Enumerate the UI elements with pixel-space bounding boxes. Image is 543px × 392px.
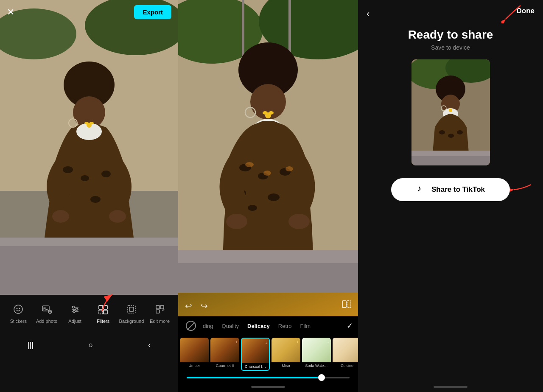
filter-charcoal-f-label: Charcoal f…	[242, 363, 269, 369]
no-filter-tab[interactable]	[183, 321, 199, 331]
filter-umber[interactable]: Umber	[180, 338, 209, 371]
redo-button[interactable]: ↪	[201, 301, 208, 311]
share-tiktok-label: Share to TikTok	[431, 185, 485, 194]
add-photo-icon	[42, 304, 52, 316]
svg-rect-91	[411, 151, 490, 157]
toolbar-stickers[interactable]: Stickers	[6, 304, 31, 324]
svg-point-59	[248, 205, 257, 211]
svg-point-32	[76, 308, 78, 311]
adjust-icon	[70, 304, 80, 316]
toolbar-adjust[interactable]: Adjust	[62, 304, 88, 324]
export-button[interactable]: Export	[134, 5, 171, 19]
bottom-indicator	[178, 384, 358, 392]
slider-thumb[interactable]	[318, 374, 325, 381]
svg-point-86	[457, 130, 463, 134]
edit-more-label: Edit more	[150, 319, 170, 324]
svg-point-34	[73, 311, 75, 313]
filter-umber-label: Umber	[180, 362, 209, 368]
filter-miso-label: Miso	[272, 362, 300, 368]
add-photo-label: Add photo	[36, 319, 57, 324]
close-button[interactable]: ✕	[7, 7, 14, 18]
no-filter-icon	[186, 321, 196, 331]
share-tiktok-button[interactable]: ♪ Share to TikTok	[391, 178, 510, 201]
svg-point-30	[72, 306, 74, 308]
svg-text:♪: ♪	[417, 184, 421, 193]
filters-label: Filters	[97, 319, 109, 324]
svg-rect-74	[342, 301, 346, 308]
right-content: Ready to share Save to device	[358, 20, 543, 201]
svg-point-61	[245, 162, 254, 167]
bottom-toolbar: Stickers Add photo	[0, 295, 178, 337]
home-bar-back-icon: ‹	[148, 341, 151, 350]
save-subtitle: Save to device	[431, 44, 470, 51]
svg-point-63	[285, 166, 293, 171]
stickers-label: Stickers	[10, 319, 27, 324]
svg-rect-43	[156, 310, 160, 313]
edit-more-icon	[155, 304, 165, 316]
filter-miso[interactable]: ↓ Miso	[272, 338, 300, 371]
tiktok-icon: ♪	[416, 183, 427, 196]
filter-tab-quality[interactable]: Quality	[218, 321, 243, 331]
toolbar-filters[interactable]: Filters	[90, 304, 116, 324]
svg-point-23	[14, 305, 22, 314]
filter-intensity-slider[interactable]	[187, 377, 350, 378]
svg-point-65	[263, 111, 268, 115]
svg-rect-22	[0, 246, 178, 295]
filter-cuisine-label: Cuisine	[333, 362, 358, 368]
svg-point-7	[81, 175, 89, 181]
right-panel: ‹ Done Ready to share Save to device	[358, 0, 543, 392]
left-top-bar: ✕ Export	[0, 0, 178, 24]
download-icon4: ↓	[327, 339, 329, 344]
svg-point-19	[52, 210, 69, 223]
background-icon	[126, 304, 137, 316]
svg-rect-92	[411, 156, 490, 165]
preview-thumbnail	[411, 59, 490, 165]
svg-point-8	[101, 171, 111, 177]
toolbar-edit-more[interactable]: Edit more	[147, 304, 173, 324]
undo-button[interactable]: ↩	[185, 301, 192, 311]
home-bar-home-icon: ○	[89, 341, 93, 350]
svg-point-85	[448, 134, 454, 138]
svg-rect-75	[347, 301, 351, 308]
svg-point-17	[90, 122, 94, 124]
indicator-bar	[251, 386, 285, 388]
filter-slider-container	[178, 373, 358, 384]
download-icon3: ↓	[297, 339, 299, 344]
adjust-label: Adjust	[68, 319, 81, 324]
toolbar-add-photo[interactable]: Add photo	[34, 304, 59, 324]
svg-point-11	[90, 196, 101, 203]
filter-soda-label: Soda Wate…	[302, 362, 331, 368]
filter-cuisine[interactable]: ↓ Cuisine	[333, 338, 358, 371]
right-bottom-indicator	[434, 386, 467, 388]
filter-tab-film[interactable]: Film	[296, 321, 315, 331]
svg-rect-36	[104, 305, 107, 309]
svg-point-24	[17, 308, 18, 309]
done-button[interactable]: Done	[517, 7, 535, 15]
svg-point-16	[84, 122, 89, 124]
svg-rect-38	[104, 310, 107, 314]
svg-point-20	[109, 210, 126, 223]
svg-rect-35	[99, 305, 103, 309]
filter-tabs: ding Quality Delicacy Retro Film ✓	[178, 316, 358, 335]
filter-gourmet2[interactable]: ↓ Gourmet II	[210, 338, 239, 371]
filter-tab-delicacy[interactable]: Delicacy	[243, 321, 274, 331]
right-top-bar: ‹ Done	[358, 0, 543, 20]
filter-soda-water[interactable]: ↓ Soda Wate…	[302, 338, 331, 371]
svg-rect-40	[129, 307, 134, 311]
filter-tab-retro[interactable]: Retro	[274, 321, 296, 331]
toolbar-background[interactable]: Background	[119, 304, 144, 324]
svg-point-62	[263, 171, 271, 176]
background-label: Background	[119, 319, 144, 324]
compare-button[interactable]	[342, 300, 351, 311]
filter-tab-ding[interactable]: ding	[199, 321, 218, 331]
svg-point-68	[226, 214, 247, 229]
svg-point-66	[269, 111, 274, 115]
filter-confirm-button[interactable]: ✓	[347, 321, 353, 330]
filters-icon	[98, 304, 108, 316]
filter-charcoal-f[interactable]: ↓ Charcoal f…	[241, 338, 270, 371]
share-container: ♪ Share to TikTok	[391, 178, 510, 201]
svg-point-58	[268, 193, 280, 201]
svg-rect-42	[160, 305, 164, 309]
ready-title: Ready to share	[408, 28, 493, 42]
back-button[interactable]: ‹	[367, 8, 369, 20]
